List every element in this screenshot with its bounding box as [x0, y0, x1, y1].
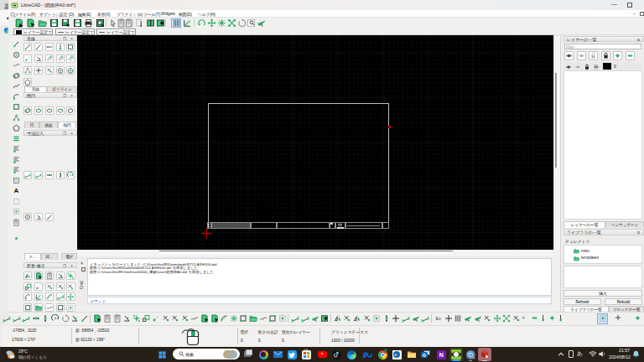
svg-text:A: A	[14, 187, 19, 194]
